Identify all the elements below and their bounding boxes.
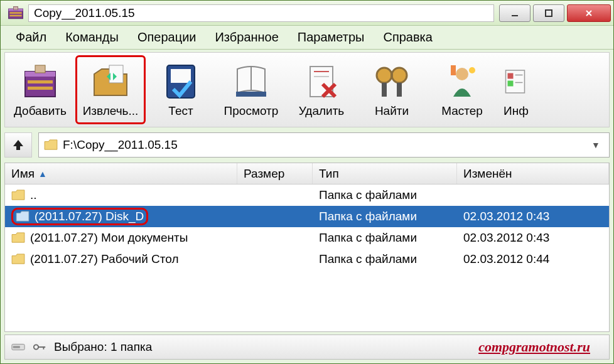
svg-point-27: [456, 68, 468, 80]
svg-rect-38: [38, 346, 45, 348]
file-list: Имя ▲ Размер Тип Изменён .. Папка с файл…: [4, 163, 610, 332]
file-rows: .. Папка с файлами (2011.07.27) Disk_D П…: [5, 185, 609, 331]
svg-rect-39: [43, 346, 45, 350]
svg-point-23: [392, 68, 407, 83]
svg-rect-25: [382, 83, 387, 97]
address-bar: F:\Copy__2011.05.15 ▼: [4, 131, 610, 159]
toolbar-add-label: Добавить: [14, 104, 67, 118]
file-name: (2011.07.27) Рабочий Стол: [30, 252, 179, 266]
winrar-app-icon: [7, 4, 24, 22]
toolbar-info-label: Инф: [504, 104, 529, 118]
file-row[interactable]: (2011.07.27) Мои документы Папка с файла…: [5, 227, 609, 249]
toolbar: Добавить Извлечь... Тест: [4, 52, 610, 127]
toolbar-delete-label: Удалить: [299, 104, 345, 118]
toolbar-info-button[interactable]: Инф: [497, 55, 535, 124]
svg-rect-36: [13, 346, 20, 348]
file-name: (2011.07.27) Мои документы: [30, 231, 188, 245]
svg-rect-2: [9, 12, 21, 14]
file-modified: 02.03.2012 0:43: [457, 231, 609, 245]
sort-ascending-icon: ▲: [38, 169, 47, 179]
address-dropdown-icon[interactable]: ▼: [588, 140, 604, 150]
file-type: Папка с файлами: [313, 210, 457, 223]
menu-params[interactable]: Параметры: [289, 28, 374, 47]
toolbar-add-button[interactable]: Добавить: [5, 55, 75, 124]
arrow-up-icon: [11, 137, 26, 153]
svg-rect-31: [508, 73, 514, 79]
file-row-parent[interactable]: .. Папка с файлами: [5, 185, 609, 206]
file-name: (2011.07.27) Disk_D: [35, 210, 144, 223]
test-icon: [161, 62, 201, 102]
file-list-header: Имя ▲ Размер Тип Изменён: [5, 163, 609, 185]
svg-rect-11: [35, 65, 45, 73]
extract-icon: [90, 62, 131, 102]
svg-rect-16: [171, 69, 191, 83]
menu-commands[interactable]: Команды: [57, 28, 127, 47]
watermark-link[interactable]: compgramotnost.ru: [478, 339, 603, 355]
svg-rect-12: [109, 65, 123, 83]
maximize-button[interactable]: [533, 4, 564, 22]
file-name: ..: [30, 188, 37, 202]
minimize-button[interactable]: [499, 4, 531, 22]
svg-rect-24: [390, 74, 393, 78]
view-icon: [231, 62, 271, 102]
file-modified: 02.03.2012 0:44: [457, 252, 609, 266]
wizard-icon: [442, 62, 482, 102]
toolbar-test-label: Тест: [168, 104, 193, 118]
column-header-size[interactable]: Размер: [237, 163, 313, 184]
winrar-window: Copy__2011.05.15 Файл Команды Операции И…: [0, 0, 614, 364]
svg-rect-32: [508, 81, 514, 87]
toolbar-view-button[interactable]: Просмотр: [216, 55, 286, 124]
svg-rect-9: [28, 80, 53, 83]
disk-icon: [11, 342, 25, 352]
svg-rect-28: [451, 65, 456, 75]
folder-icon: [16, 211, 30, 222]
folder-icon: [11, 190, 25, 201]
toolbar-test-button[interactable]: Тест: [146, 55, 216, 124]
toolbar-wizard-label: Мастер: [441, 104, 483, 118]
toolbar-delete-button[interactable]: Удалить: [286, 55, 357, 124]
window-title-field: Copy__2011.05.15: [28, 4, 494, 22]
close-button[interactable]: [567, 4, 611, 22]
highlighted-selection: (2011.07.27) Disk_D: [11, 208, 148, 225]
status-bar: Выбрано: 1 папка compgramotnost.ru: [4, 335, 610, 360]
folder-icon: [11, 232, 25, 244]
file-row-selected[interactable]: (2011.07.27) Disk_D Папка с файлами 02.0…: [5, 206, 609, 227]
toolbar-find-label: Найти: [375, 104, 409, 118]
svg-rect-4: [14, 6, 18, 9]
toolbar-find-button[interactable]: Найти: [357, 55, 427, 124]
svg-rect-3: [9, 14, 21, 16]
svg-point-29: [469, 67, 475, 73]
menu-favorites[interactable]: Избранное: [206, 28, 287, 47]
menu-help[interactable]: Справка: [374, 28, 441, 47]
svg-rect-18: [236, 92, 266, 97]
file-row[interactable]: (2011.07.27) Рабочий Стол Папка с файлам…: [5, 249, 609, 270]
column-header-modified[interactable]: Изменён: [457, 163, 609, 184]
up-one-level-button[interactable]: [4, 132, 32, 158]
toolbar-view-label: Просмотр: [224, 104, 279, 118]
window-title: Copy__2011.05.15: [34, 6, 135, 20]
column-header-name[interactable]: Имя ▲: [5, 163, 237, 184]
column-header-type[interactable]: Тип: [313, 163, 457, 184]
folder-icon: [11, 254, 25, 265]
toolbar-wizard-button[interactable]: Мастер: [427, 55, 497, 124]
toolbar-extract-label: Извлечь...: [83, 104, 139, 118]
address-field[interactable]: F:\Copy__2011.05.15 ▼: [38, 132, 610, 158]
archive-add-icon: [20, 62, 60, 102]
status-text: Выбрано: 1 папка: [54, 340, 152, 354]
folder-icon: [44, 139, 58, 151]
window-controls: [499, 4, 611, 22]
svg-rect-6: [546, 10, 552, 16]
menu-file[interactable]: Файл: [7, 28, 55, 47]
svg-rect-26: [397, 83, 402, 97]
file-modified: 02.03.2012 0:43: [457, 210, 609, 223]
file-type: Папка с файлами: [313, 231, 457, 245]
key-icon: [33, 342, 46, 352]
svg-point-37: [34, 345, 38, 349]
info-icon: [501, 62, 531, 102]
svg-point-22: [377, 68, 392, 83]
file-type: Папка с файлами: [313, 188, 457, 202]
toolbar-extract-button[interactable]: Извлечь...: [75, 55, 146, 124]
address-path: F:\Copy__2011.05.15: [63, 138, 588, 152]
menu-operations[interactable]: Операции: [129, 28, 205, 47]
file-type: Папка с файлами: [313, 252, 457, 266]
